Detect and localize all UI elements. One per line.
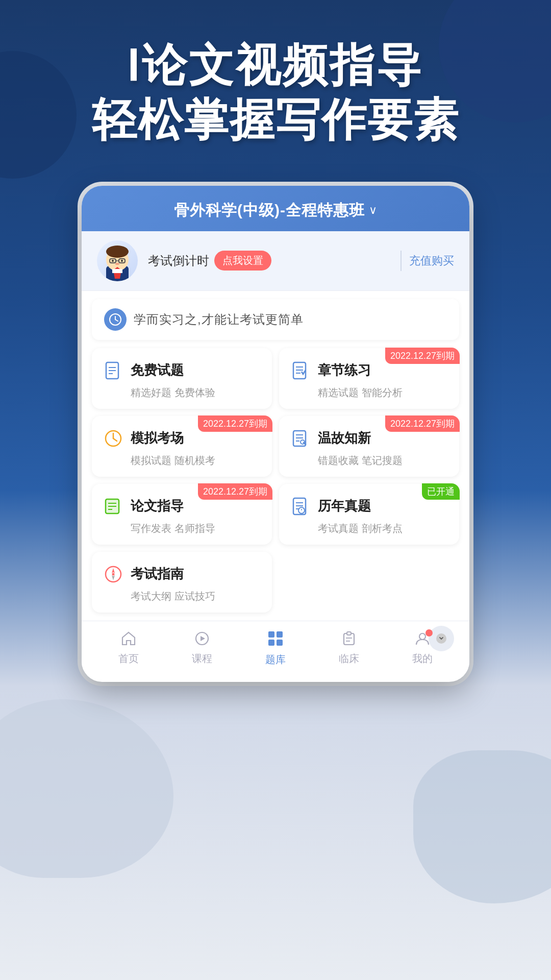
course-icon-wrap [194,630,210,649]
user-banner: 考试倒计时 点我设置 充值购买 [82,231,469,291]
card-mock-exam-subtitle: 模拟试题 随机模考 [131,454,262,468]
svg-rect-52 [347,632,351,635]
hero-title-line1: l论文视频指导 [31,41,520,90]
home-icon [120,630,137,647]
dropdown-arrow-icon[interactable]: ∨ [369,204,377,217]
card-past-papers[interactable]: 已开通 历年真题 考试真题 剖析考点 [279,484,459,545]
nav-item-course[interactable]: 课程 [192,630,212,666]
nav-item-questions[interactable]: 题库 [265,629,286,667]
nav-item-mine[interactable]: 我的 [412,630,433,666]
device-mockup: 骨外科学(中级)-全程特惠班 ∨ [82,186,469,682]
card-mock-badge: 2022.12.27到期 [198,415,272,432]
card-review-title: 温故知新 [318,429,371,447]
scroll-hint [429,626,454,651]
card-thesis-subtitle: 写作发表 名师指导 [131,522,262,535]
bg-decoration-bottom-left [0,699,173,878]
svg-point-2 [106,246,129,258]
nav-label-mine: 我的 [412,652,433,666]
mine-icon-wrap [414,630,431,649]
svg-rect-9 [112,269,122,273]
card-mock-exam[interactable]: 2022.12.27到期 模拟考场 模拟试题 随机模考 [92,416,272,477]
card-review[interactable]: 2022.12.27到期 温故知新 错题收藏 笔记搜题 [279,416,459,477]
review-icon [289,427,312,450]
nav-label-home: 首页 [118,652,139,666]
svg-rect-48 [277,631,283,638]
card-exam-guide-title: 考试指南 [131,565,184,583]
card-past-papers-subtitle: 考试真题 剖析考点 [318,522,449,535]
svg-rect-47 [268,631,274,638]
cards-grid: 免费试题 精选好题 免费体验 2022.12.27到期 章节练习 [92,348,459,612]
nav-label-clinical: 临床 [339,652,359,666]
card-chapter-practice-subtitle: 精选试题 智能分析 [318,386,449,400]
hero-title-line2: 轻松掌握写作要素 [31,95,520,145]
svg-point-6 [112,260,114,262]
svg-point-7 [121,260,123,262]
svg-point-55 [419,633,425,640]
svg-line-23 [113,438,117,441]
thesis-icon [102,495,124,518]
grid-icon [266,629,285,648]
card-past-papers-badge: 已开通 [422,483,460,500]
countdown-label: 考试倒计时 [148,253,209,269]
bottom-navigation: 首页 课程 题库 [82,621,469,672]
svg-point-43 [112,573,115,575]
svg-marker-41 [112,568,115,573]
svg-point-8 [115,263,119,265]
card-exam-guide[interactable]: 考试指南 考试大纲 应试技巧 [92,552,272,612]
svg-marker-42 [112,575,115,580]
compass-icon [102,563,124,585]
list-icon [289,359,312,382]
card-review-badge: 2022.12.27到期 [385,415,460,432]
vertical-divider [400,251,402,271]
card-exam-guide-subtitle: 考试大纲 应试技巧 [131,590,262,603]
nav-item-home[interactable]: 首页 [118,630,139,666]
app-header: 骨外科学(中级)-全程特惠班 ∨ [82,186,469,231]
nav-item-clinical[interactable]: 临床 [339,630,359,666]
clock-icon [104,308,127,331]
nav-label-questions: 题库 [265,653,286,667]
avatar-illustration [97,240,138,281]
card-mock-exam-title: 模拟考场 [131,429,184,447]
svg-rect-50 [277,640,283,646]
card-review-subtitle: 错题收藏 笔记搜题 [318,454,449,468]
countdown-set-button[interactable]: 点我设置 [214,251,271,271]
play-icon [194,630,210,647]
card-chapter-practice[interactable]: 2022.12.27到期 章节练习 精选试题 智能分析 [279,348,459,409]
svg-line-12 [115,320,118,321]
svg-point-28 [300,440,305,444]
notification-dot [425,629,433,636]
user-countdown: 考试倒计时 点我设置 [148,251,393,271]
card-free-questions-subtitle: 精选好题 免费体验 [131,386,262,400]
motto-text: 学而实习之,才能让考试更简单 [134,311,304,328]
nav-label-course: 课程 [192,652,212,666]
card-free-questions[interactable]: 免费试题 精选好题 免费体验 [92,348,272,409]
svg-marker-46 [201,636,205,641]
app-header-title: 骨外科学(中级)-全程特惠班 [174,200,365,221]
doc-icon [102,359,124,382]
recharge-button[interactable]: 充值购买 [409,253,454,268]
card-thesis-badge: 2022.12.27到期 [198,483,272,500]
clock-card-icon [102,427,124,450]
svg-rect-49 [268,640,274,646]
card-thesis[interactable]: 2022.12.27到期 论文指导 写作发表 名师指导 [92,484,272,545]
paper-icon [289,495,312,518]
clipboard-icon [341,630,357,647]
avatar [97,240,138,281]
card-past-papers-title: 历年真题 [318,497,371,515]
questions-icon-wrap [266,629,285,650]
card-free-questions-title: 免费试题 [131,361,184,379]
bg-decoration-bottom-right [413,750,551,903]
clinical-icon-wrap [341,630,357,649]
motto-banner: 学而实习之,才能让考试更简单 [92,299,459,340]
hero-section: l论文视频指导 轻松掌握写作要素 [0,0,551,165]
card-chapter-badge: 2022.12.27到期 [385,348,460,364]
card-chapter-practice-title: 章节练习 [318,361,371,379]
card-thesis-title: 论文指导 [131,497,184,515]
home-icon-wrap [120,630,137,649]
